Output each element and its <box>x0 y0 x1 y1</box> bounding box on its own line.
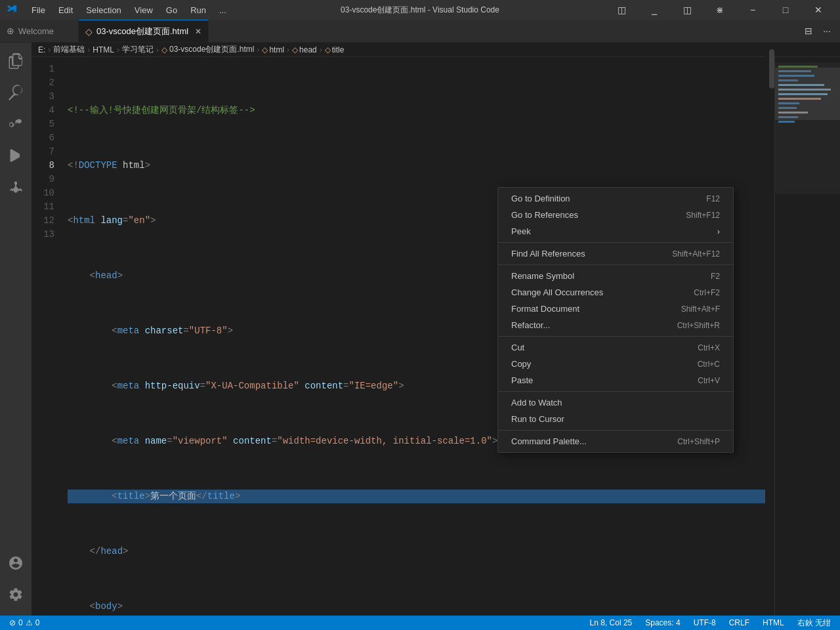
breadcrumb-title-tag[interactable]: ◇ title <box>325 45 345 54</box>
ctx-run-to-cursor[interactable]: Run to Cursor <box>498 411 733 427</box>
status-bar-right: Ln 8, Col 25 Spaces: 4 UTF-8 CRLF HTML 右… <box>587 618 833 629</box>
status-errors[interactable]: ⊘ 0 ⚠ 0 <box>7 618 42 627</box>
code-line-8: <title>第一个页面</title> <box>68 490 774 503</box>
line-4: 4 <box>32 104 54 117</box>
ctx-peek[interactable]: Peek › <box>498 223 733 240</box>
tab-close-icon[interactable]: ✕ <box>195 27 201 36</box>
ctx-sep-2 <box>498 264 733 265</box>
error-icon: ⊘ <box>9 618 16 627</box>
maximize-button[interactable]: □ <box>770 0 801 20</box>
activity-source-control[interactable] <box>0 108 32 140</box>
activity-account[interactable] <box>0 547 32 579</box>
menu-run[interactable]: Run <box>185 4 211 16</box>
activity-search[interactable] <box>0 77 32 108</box>
ctx-sep-4 <box>498 391 733 392</box>
status-line-col[interactable]: Ln 8, Col 25 <box>587 618 635 627</box>
ctx-sep-1 <box>498 242 733 243</box>
line-9: 9 <box>32 173 54 186</box>
ctx-command-palette[interactable]: Command Palette... Ctrl+Shift+P <box>498 433 733 450</box>
vscode-logo-icon <box>7 5 17 15</box>
code-line-2: <!DOCTYPE html> <box>68 159 774 173</box>
breadcrumb-head-tag[interactable]: ◇ head <box>292 45 317 54</box>
line-11: 11 <box>32 200 54 214</box>
line-8: 8 <box>32 159 54 173</box>
tab-welcome-label: Welcome <box>18 26 54 36</box>
ctx-cut[interactable]: Cut Ctrl+X <box>498 339 733 356</box>
tab-welcome-icon: ⊕ <box>7 26 14 36</box>
window-controls: ◫ ⎯ ◫ ⋇ − □ ✕ <box>606 0 833 20</box>
ctx-sep-3 <box>498 336 733 337</box>
sidebar-toggle-button[interactable]: ◫ <box>606 0 637 20</box>
status-bar: ⊘ 0 ⚠ 0 Ln 8, Col 25 Spaces: 4 UTF-8 CRL… <box>0 616 840 630</box>
ctx-copy[interactable]: Copy Ctrl+C <box>498 356 733 372</box>
tab-active-file[interactable]: ◇ 03-vscode创建页面.html ✕ <box>79 20 209 42</box>
breadcrumb-file[interactable]: ◇ 03-vscode创建页面.html <box>161 44 254 55</box>
status-extra: 右鈥 无绀 <box>795 618 833 629</box>
line-13: 13 <box>32 228 54 242</box>
status-encoding[interactable]: UTF-8 <box>691 618 719 627</box>
line-1: 1 <box>32 62 54 76</box>
status-language[interactable]: HTML <box>760 618 787 627</box>
menu-selection[interactable]: Selection <box>81 4 126 16</box>
line-3: 3 <box>32 90 54 104</box>
activity-settings[interactable] <box>0 579 32 610</box>
warning-icon: ⚠ <box>26 618 33 627</box>
split-editor-button[interactable]: ⊟ <box>801 23 816 39</box>
code-line-1: <!--输入!号快捷创建网页骨架/结构标签--> <box>68 104 774 117</box>
editor-scrollbar[interactable] <box>765 57 774 616</box>
breadcrumb-drive[interactable]: E: <box>38 45 45 54</box>
menu-go[interactable]: Go <box>161 4 182 16</box>
customize-layout-button[interactable]: ⋇ <box>705 0 735 20</box>
tab-bar: ⊕ Welcome ◇ 03-vscode创建页面.html ✕ ⊟ ··· <box>0 20 840 43</box>
menu-more[interactable]: ... <box>214 4 232 16</box>
close-button[interactable]: ✕ <box>803 0 833 20</box>
panel-toggle-button[interactable]: ◫ <box>672 0 702 20</box>
minimap <box>774 57 840 616</box>
ctx-change-all-occurrences[interactable]: Change All Occurrences Ctrl+F2 <box>498 284 733 301</box>
svg-rect-12 <box>778 121 795 123</box>
minimize-button[interactable]: − <box>738 0 768 20</box>
status-line-ending[interactable]: CRLF <box>726 618 752 627</box>
line-10: 10 <box>32 186 54 200</box>
activity-run-debug[interactable] <box>0 140 32 171</box>
editor-area: E: › 前端基础 › HTML › 学习笔记 › ◇ 03-vscode创建页… <box>32 43 840 616</box>
tab-welcome[interactable]: ⊕ Welcome <box>0 20 79 42</box>
activity-extensions[interactable] <box>0 171 32 203</box>
more-actions-button[interactable]: ··· <box>819 23 835 39</box>
ctx-refactor[interactable]: Refactor... Ctrl+Shift+R <box>498 317 733 333</box>
ctx-go-to-references[interactable]: Go to References Shift+F12 <box>498 207 733 223</box>
breadcrumb-html[interactable]: HTML <box>93 45 114 54</box>
status-spaces[interactable]: Spaces: 4 <box>642 618 682 627</box>
ctx-sep-5 <box>498 430 733 430</box>
tab-file-label: 03-vscode创建页面.html <box>96 26 188 37</box>
title-bar: File Edit Selection View Go Run ... 03-v… <box>0 0 840 20</box>
breadcrumb-frontend[interactable]: 前端基础 <box>53 44 85 55</box>
activity-explorer[interactable] <box>0 45 32 77</box>
activity-bar-bottom <box>0 547 32 616</box>
code-line-10: <body> <box>68 600 774 614</box>
line-numbers: 1 2 3 4 5 6 7 8 9 10 11 12 13 <box>32 57 61 616</box>
ctx-format-document[interactable]: Format Document Shift+Alt+F <box>498 301 733 317</box>
scrollbar-thumb[interactable] <box>769 57 774 89</box>
status-bar-left: ⊘ 0 ⚠ 0 <box>7 618 42 627</box>
main-layout: E: › 前端基础 › HTML › 学习笔记 › ◇ 03-vscode创建页… <box>0 43 840 616</box>
ctx-add-to-watch[interactable]: Add to Watch <box>498 394 733 411</box>
tab-bar-actions: ⊟ ··· <box>801 20 840 42</box>
minimap-thumb[interactable] <box>775 68 840 120</box>
breadcrumb-notes[interactable]: 学习笔记 <box>122 44 154 55</box>
menu-file[interactable]: File <box>26 4 51 16</box>
ctx-find-all-references[interactable]: Find All References Shift+Alt+F12 <box>498 245 733 262</box>
editor-layout-button[interactable]: ⎯ <box>639 0 669 20</box>
window-title: 03-vscode创建页面.html - Visual Studio Code <box>341 5 499 16</box>
activity-bar <box>0 43 32 616</box>
ctx-rename-symbol[interactable]: Rename Symbol F2 <box>498 268 733 284</box>
ctx-paste[interactable]: Paste Ctrl+V <box>498 372 733 388</box>
tab-file-icon: ◇ <box>85 26 93 37</box>
line-2: 2 <box>32 76 54 90</box>
breadcrumb-html-tag[interactable]: ◇ html <box>262 45 284 54</box>
title-bar-left: File Edit Selection View Go Run ... <box>7 4 232 16</box>
ctx-go-to-definition[interactable]: Go to Definition F12 <box>498 190 733 207</box>
menu-bar: File Edit Selection View Go Run ... <box>26 4 232 16</box>
menu-view[interactable]: View <box>129 4 158 16</box>
menu-edit[interactable]: Edit <box>53 4 78 16</box>
